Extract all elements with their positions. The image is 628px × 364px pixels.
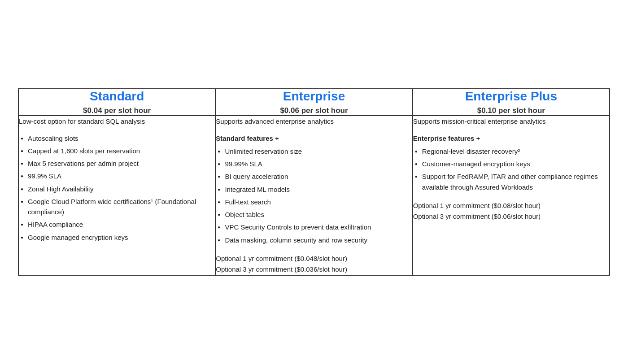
list-item: Max 5 reservations per admin project (21, 158, 215, 169)
enterprise-plus-plan-name: Enterprise Plus (413, 89, 609, 104)
standard-plan-price: $0.04 per slot hour (19, 106, 215, 115)
enterprise-plus-feature-label: Enterprise features + (413, 133, 609, 143)
enterprise-plus-commitment-1yr: Optional 1 yr commitment ($0.08/slot hou… (413, 200, 609, 211)
standard-feature-list: Autoscaling slots Capped at 1,600 slots … (21, 133, 215, 243)
enterprise-plus-plan-price: $0.10 per slot hour (413, 106, 609, 115)
enterprise-plus-content: Supports mission-critical enterprise ana… (413, 116, 610, 275)
enterprise-plan-name: Enterprise (216, 89, 412, 104)
list-item: Google Cloud Platform wide certification… (21, 196, 215, 217)
list-item: Zonal High Availability (21, 184, 215, 194)
enterprise-feature-label: Standard features + (216, 133, 412, 143)
list-item: Integrated ML models (218, 184, 412, 195)
list-item: Google managed encryption keys (21, 232, 215, 243)
list-item: Full-text search (218, 197, 412, 207)
enterprise-plus-header: Enterprise Plus $0.10 per slot hour (413, 89, 610, 116)
enterprise-plus-commitments: Optional 1 yr commitment ($0.08/slot hou… (413, 200, 609, 222)
list-item: VPC Security Controls to prevent data ex… (218, 222, 412, 232)
list-item: Capped at 1,600 slots per reservation (21, 146, 215, 156)
list-item: Customer-managed encryption keys (415, 159, 609, 169)
enterprise-header: Enterprise $0.06 per slot hour (215, 89, 412, 116)
comparison-table: Standard $0.04 per slot hour Enterprise … (18, 88, 610, 276)
list-item: 99.9% SLA (21, 171, 215, 181)
list-item: Regional-level disaster recovery² (415, 146, 609, 156)
standard-description: Low-cost option for standard SQL analysi… (19, 116, 215, 126)
enterprise-plus-commitment-3yr: Optional 3 yr commitment ($0.06/slot hou… (413, 211, 609, 222)
list-item: BI query acceleration (218, 171, 412, 182)
list-item: Object tables (218, 209, 412, 220)
enterprise-content: Supports advanced enterprise analytics S… (215, 116, 412, 275)
enterprise-plus-feature-list: Regional-level disaster recovery² Custom… (415, 146, 609, 192)
enterprise-plan-price: $0.06 per slot hour (216, 106, 412, 115)
standard-plan-name: Standard (19, 89, 215, 104)
enterprise-plus-description: Supports mission-critical enterprise ana… (413, 116, 609, 126)
enterprise-commitment-1yr: Optional 1 yr commitment ($0.048/slot ho… (216, 253, 412, 264)
enterprise-commitments: Optional 1 yr commitment ($0.048/slot ho… (216, 253, 412, 275)
list-item: HIPAA compliance (21, 219, 215, 230)
list-item: Unlimited reservation size (218, 146, 412, 156)
enterprise-description: Supports advanced enterprise analytics (216, 116, 412, 126)
standard-content: Low-cost option for standard SQL analysi… (18, 116, 215, 275)
enterprise-commitment-3yr: Optional 3 yr commitment ($0.036/slot ho… (216, 264, 412, 275)
list-item: Autoscaling slots (21, 133, 215, 143)
list-item: 99.99% SLA (218, 159, 412, 169)
standard-header: Standard $0.04 per slot hour (18, 89, 215, 116)
enterprise-feature-list: Unlimited reservation size 99.99% SLA BI… (218, 146, 412, 245)
list-item: Support for FedRAMP, ITAR and other comp… (415, 171, 609, 192)
list-item: Data masking, column security and row se… (218, 235, 412, 245)
